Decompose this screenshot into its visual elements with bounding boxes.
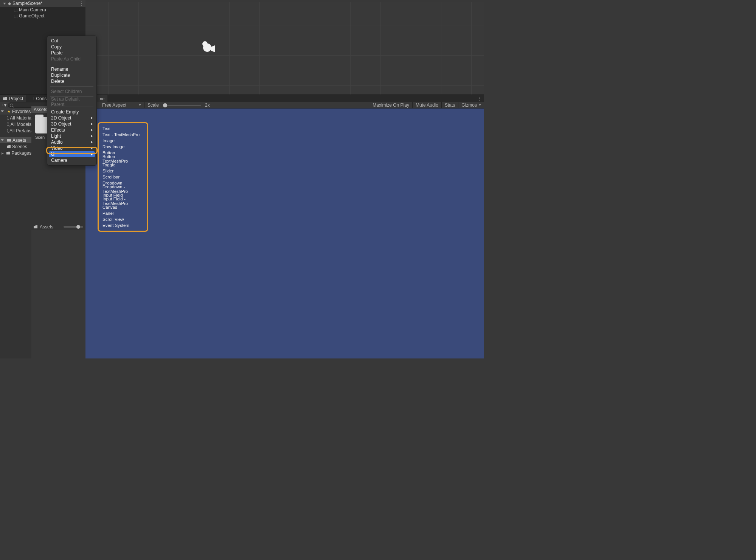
tab-label: ne xyxy=(100,96,104,101)
ui-submenu-item-scrollbar[interactable]: Scrollbar xyxy=(102,174,144,180)
ui-submenu-item-raw-image[interactable]: Raw Image xyxy=(102,144,144,150)
folder-icon xyxy=(3,97,7,100)
ui-submenu-item-dropdown-textmeshpro[interactable]: Dropdown - TextMeshPro xyxy=(102,186,144,192)
ui-submenu-item-panel[interactable]: Panel xyxy=(102,210,144,216)
svg-marker-3 xyxy=(211,45,215,52)
search-icon xyxy=(7,129,8,132)
hierarchy-item-label: GameObject xyxy=(19,13,44,19)
submenu-arrow-icon xyxy=(91,153,93,156)
favorites-header[interactable]: ★ Favorites xyxy=(0,108,31,115)
folder-icon xyxy=(6,152,10,155)
hierarchy-item-label: Main Camera xyxy=(19,7,46,12)
submenu-arrow-icon xyxy=(91,147,93,150)
gizmos-dropdown[interactable]: Gizmos xyxy=(458,102,484,109)
ctx-item-delete[interactable]: Delete xyxy=(47,78,96,84)
ui-submenu-item-event-system[interactable]: Event System xyxy=(102,222,144,228)
assets-footer: Assets xyxy=(31,223,85,230)
aspect-dropdown[interactable]: Free Aspect xyxy=(99,102,144,109)
submenu-arrow-icon xyxy=(91,129,93,132)
maximize-on-play-toggle[interactable]: Maximize On Play xyxy=(369,102,413,109)
project-tree: ★ Favorites All Materia All Models All P… xyxy=(0,108,31,358)
ctx-item-video[interactable]: Video xyxy=(47,145,96,151)
favorites-item[interactable]: All Materia xyxy=(0,115,31,121)
ctx-item-audio[interactable]: Audio xyxy=(47,139,96,145)
ui-submenu-item-slider[interactable]: Slider xyxy=(102,168,144,174)
ui-submenu-item-button-textmeshpro[interactable]: Button - TextMeshPro xyxy=(102,156,144,162)
ctx-item-2d-object[interactable]: 2D Object xyxy=(47,115,96,121)
dropdown-arrow-icon xyxy=(479,104,481,106)
ctx-item-paste[interactable]: Paste xyxy=(47,50,96,56)
console-icon xyxy=(30,97,34,100)
submenu-arrow-icon xyxy=(91,116,93,119)
ui-submenu-item-text[interactable]: Text xyxy=(102,126,144,132)
expand-triangle-icon xyxy=(1,110,4,112)
ui-submenu-item-text-textmeshpro[interactable]: Text - TextMeshPro xyxy=(102,132,144,138)
footer-path: Assets xyxy=(40,224,53,230)
gameobject-cube-icon: ⬚ xyxy=(14,8,17,12)
section-label: Favorites xyxy=(12,109,31,114)
favorites-item[interactable]: All Prefabs xyxy=(0,127,31,134)
scene-name: SampleScene* xyxy=(12,1,42,6)
hierarchy-item[interactable]: ⬚ GameObject xyxy=(0,13,85,19)
stats-toggle[interactable]: Stats xyxy=(442,102,458,109)
camera-gizmo-icon xyxy=(200,41,216,54)
ctx-item-ui[interactable]: UI xyxy=(49,151,95,157)
hierarchy-item[interactable]: ⬚ Main Camera xyxy=(0,7,85,13)
hierarchy-context-menu: CutCopyPastePaste As ChildRenameDuplicat… xyxy=(47,36,97,166)
ctx-item-light[interactable]: Light xyxy=(47,133,96,139)
tab-label: Project xyxy=(9,96,23,101)
submenu-arrow-icon xyxy=(91,141,93,144)
mute-audio-toggle[interactable]: Mute Audio xyxy=(413,102,442,109)
hierarchy-scene-row[interactable]: ◆ SampleScene* ⋮ xyxy=(0,0,85,7)
ui-submenu-item-input-field-textmeshpro[interactable]: Input Field - TextMeshPro xyxy=(102,198,144,204)
game-toolbar: 1 Free Aspect Scale 2x Maximize On Play … xyxy=(85,102,484,109)
gameobject-cube-icon: ⬚ xyxy=(14,14,17,19)
section-label: Packages xyxy=(11,150,31,156)
ctx-item-duplicate[interactable]: Duplicate xyxy=(47,72,96,78)
folder-icon xyxy=(7,139,11,142)
packages-header[interactable]: ▸ Packages xyxy=(0,150,31,156)
game-tabbar: ne ⋮ xyxy=(85,95,484,102)
submenu-arrow-icon xyxy=(91,135,93,138)
scale-slider[interactable] xyxy=(163,105,201,106)
kebab-menu-icon[interactable]: ⋮ xyxy=(475,96,484,101)
unity-logo-icon: ◆ xyxy=(8,1,11,6)
ctx-item-create-empty[interactable]: Create Empty xyxy=(47,109,96,115)
favorites-item[interactable]: All Models xyxy=(0,121,31,127)
assets-header[interactable]: Assets xyxy=(0,137,31,143)
ctx-item-camera[interactable]: Camera xyxy=(47,157,96,163)
ui-submenu-item-image[interactable]: Image xyxy=(102,138,144,144)
ui-submenu: TextText - TextMeshProImageRaw ImageButt… xyxy=(98,122,148,232)
scene-viewport[interactable] xyxy=(85,0,484,95)
expand-triangle-icon xyxy=(3,3,6,5)
assets-item[interactable]: Scenes xyxy=(0,143,31,150)
ctx-item-rename[interactable]: Rename xyxy=(47,66,96,72)
ctx-item-effects[interactable]: Effects xyxy=(47,127,96,133)
ctx-item-set-as-default-parent: Set as Default Parent xyxy=(47,99,96,105)
tab-game[interactable]: ne xyxy=(97,95,107,102)
dropdown-arrow-icon xyxy=(139,104,141,106)
ctx-item-3d-object[interactable]: 3D Object xyxy=(47,121,96,127)
submenu-arrow-icon xyxy=(91,123,93,126)
add-dropdown-button[interactable]: +▾ xyxy=(2,102,6,108)
kebab-menu-icon[interactable]: ⋮ xyxy=(79,1,84,6)
svg-point-1 xyxy=(203,43,211,52)
section-label: Assets xyxy=(12,138,26,143)
search-icon xyxy=(7,123,9,126)
star-icon: ★ xyxy=(7,109,11,113)
folder-icon xyxy=(7,145,11,148)
folder-icon xyxy=(34,225,37,228)
ctx-item-paste-as-child: Paste As Child xyxy=(47,56,96,62)
ctx-item-select-children: Select Children xyxy=(47,88,96,95)
search-icon xyxy=(7,116,8,119)
ui-submenu-item-scroll-view[interactable]: Scroll View xyxy=(102,216,144,222)
tab-project[interactable]: Project xyxy=(0,95,26,102)
ctx-item-cut[interactable]: Cut xyxy=(47,38,96,44)
ctx-item-copy[interactable]: Copy xyxy=(47,44,96,50)
thumb-size-slider[interactable] xyxy=(64,226,83,228)
scene-grid xyxy=(85,2,484,95)
expand-triangle-icon xyxy=(1,139,4,141)
search-icon xyxy=(10,104,13,107)
scale-control[interactable]: Scale 2x xyxy=(144,102,213,109)
